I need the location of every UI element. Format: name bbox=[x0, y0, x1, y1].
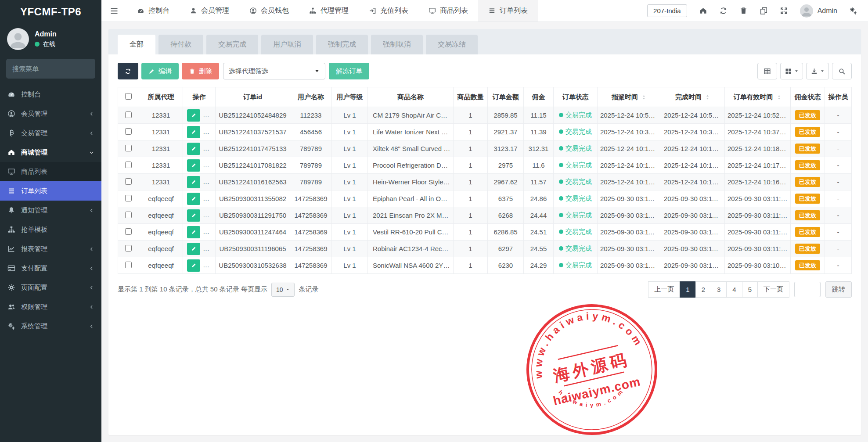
column-header[interactable]: 用户名称 bbox=[290, 87, 332, 107]
sidebar-item-mall[interactable]: 商城管理 bbox=[0, 143, 101, 162]
sidebar-item-products[interactable]: 商品列表 bbox=[0, 162, 101, 181]
page-button[interactable]: 3 bbox=[711, 281, 727, 298]
page-button[interactable]: 4 bbox=[726, 281, 742, 298]
chevron-left-icon bbox=[89, 305, 94, 309]
prev-page-button[interactable]: 上一页 bbox=[648, 281, 680, 298]
page-size-select[interactable]: 10 bbox=[271, 283, 295, 297]
settings-cogs-icon[interactable] bbox=[849, 7, 857, 15]
commission-status-cell: 已发放 bbox=[791, 207, 825, 224]
clone-icon[interactable] bbox=[760, 7, 768, 15]
fullscreen-icon[interactable] bbox=[780, 7, 788, 15]
row-actions-cell bbox=[183, 107, 216, 124]
valid-time-cell: 2025-12-24 10:37:53 bbox=[725, 124, 791, 140]
sidebar-item-permission[interactable]: 权限管理 bbox=[0, 297, 101, 316]
row-edit-button[interactable] bbox=[187, 193, 200, 205]
column-header[interactable]: 所属代理 bbox=[139, 87, 183, 107]
row-checkbox[interactable] bbox=[125, 162, 132, 168]
filter-tab[interactable]: 强制完成 bbox=[316, 35, 368, 54]
column-header[interactable]: 完成时间 bbox=[661, 87, 725, 107]
sidebar-item-orders[interactable]: 订单列表 bbox=[0, 181, 101, 201]
sidebar-item-templates[interactable]: 抢单模板 bbox=[0, 220, 101, 239]
agent-filter-select[interactable]: 选择代理筛选 bbox=[223, 63, 325, 79]
page-button[interactable]: 1 bbox=[680, 281, 695, 298]
sidebar-item-payment[interactable]: 支付配置 bbox=[0, 259, 101, 278]
column-header[interactable]: 订单id bbox=[216, 87, 290, 107]
finish-time-cell: 2025-12-24 10:18:29 bbox=[661, 140, 725, 157]
column-header[interactable]: 操作员 bbox=[825, 87, 852, 107]
tab-dashboard[interactable]: 控制台 bbox=[127, 0, 180, 22]
row-checkbox[interactable] bbox=[125, 111, 132, 118]
tab-agents[interactable]: 代理管理 bbox=[299, 0, 359, 22]
filter-tab[interactable]: 用户取消 bbox=[261, 35, 313, 54]
menu-search-input[interactable] bbox=[12, 65, 100, 72]
column-header[interactable]: 订单有效时间 bbox=[725, 87, 791, 107]
sidebar-toggle-button[interactable] bbox=[101, 0, 127, 22]
unfreeze-order-button[interactable]: 解冻订单 bbox=[329, 63, 369, 79]
edit-button[interactable]: 编辑 bbox=[141, 63, 179, 79]
row-checkbox[interactable] bbox=[125, 145, 132, 151]
select-all-checkbox[interactable] bbox=[125, 93, 132, 100]
row-checkbox[interactable] bbox=[125, 212, 132, 218]
row-checkbox[interactable] bbox=[125, 178, 132, 185]
column-header[interactable]: 订单金额 bbox=[488, 87, 524, 107]
refresh-button[interactable] bbox=[118, 63, 138, 79]
sidebar-item-reports[interactable]: 报表管理 bbox=[0, 239, 101, 259]
row-edit-button[interactable] bbox=[187, 176, 200, 188]
trash-icon[interactable] bbox=[739, 7, 748, 15]
refresh-icon[interactable] bbox=[719, 7, 728, 15]
filter-tab[interactable]: 交易完成 bbox=[206, 35, 258, 54]
delete-button[interactable]: 删除 bbox=[182, 63, 219, 79]
user-cell: 147258369 bbox=[290, 224, 332, 241]
export-button[interactable] bbox=[806, 63, 829, 79]
filter-tab[interactable]: 交易冻结 bbox=[426, 35, 478, 54]
page-jump-input[interactable] bbox=[794, 282, 821, 297]
tab-orders[interactable]: 订单列表 bbox=[478, 0, 538, 22]
tab-recharge[interactable]: 充值列表 bbox=[359, 0, 418, 22]
search-button[interactable] bbox=[832, 63, 852, 79]
row-edit-button[interactable] bbox=[187, 159, 200, 172]
next-page-button[interactable]: 下一页 bbox=[757, 281, 789, 298]
region-selector[interactable]: 207-India bbox=[647, 4, 687, 17]
column-header[interactable]: 佣金状态 bbox=[791, 87, 825, 107]
row-checkbox[interactable] bbox=[125, 128, 132, 135]
page-button[interactable]: 2 bbox=[695, 281, 711, 298]
home-icon[interactable] bbox=[699, 7, 707, 15]
column-header[interactable]: 商品数量 bbox=[454, 87, 488, 107]
row-edit-button[interactable] bbox=[187, 143, 200, 155]
column-header[interactable]: 订单状态 bbox=[554, 87, 598, 107]
column-header[interactable]: 佣金 bbox=[524, 87, 554, 107]
tab-members[interactable]: 会员管理 bbox=[180, 0, 239, 22]
sidebar-item-system[interactable]: 系统管理 bbox=[0, 316, 101, 336]
sidebar-item-dashboard[interactable]: 控制台 bbox=[0, 85, 101, 104]
home-icon bbox=[7, 148, 15, 156]
row-edit-button[interactable] bbox=[187, 243, 200, 255]
column-header[interactable]: 用户等级 bbox=[332, 87, 368, 107]
page-button[interactable]: 5 bbox=[742, 281, 758, 298]
column-header[interactable]: 操作 bbox=[183, 87, 216, 107]
tab-wallet[interactable]: 会员钱包 bbox=[239, 0, 299, 22]
sidebar-item-pageconf[interactable]: 页面配置 bbox=[0, 278, 101, 297]
tab-products[interactable]: 商品列表 bbox=[418, 0, 478, 22]
user-menu[interactable]: Admin bbox=[800, 4, 837, 18]
row-checkbox[interactable] bbox=[125, 195, 132, 201]
sidebar-item-notify[interactable]: 通知管理 bbox=[0, 201, 101, 220]
operator-cell: - bbox=[825, 157, 852, 174]
column-header[interactable]: 指派时间 bbox=[598, 87, 661, 107]
columns-button[interactable] bbox=[780, 63, 803, 79]
filter-tab[interactable]: 待付款 bbox=[158, 35, 203, 54]
row-edit-button[interactable] bbox=[187, 226, 200, 238]
toggle-view-button[interactable] bbox=[757, 63, 777, 79]
row-checkbox[interactable] bbox=[125, 245, 132, 252]
filter-tab[interactable]: 全部 bbox=[118, 35, 155, 54]
row-checkbox[interactable] bbox=[125, 262, 132, 268]
row-edit-button[interactable] bbox=[187, 259, 200, 272]
sidebar-item-members[interactable]: 会员管理 bbox=[0, 104, 101, 123]
sidebar-item-trade[interactable]: 交易管理 bbox=[0, 123, 101, 143]
column-header[interactable]: 商品名称 bbox=[368, 87, 454, 107]
row-checkbox[interactable] bbox=[125, 228, 132, 235]
filter-tab[interactable]: 强制取消 bbox=[371, 35, 423, 54]
row-edit-button[interactable] bbox=[187, 209, 200, 222]
row-edit-button[interactable] bbox=[187, 126, 200, 138]
page-jump-button[interactable]: 跳转 bbox=[825, 281, 852, 298]
row-edit-button[interactable] bbox=[187, 109, 200, 122]
